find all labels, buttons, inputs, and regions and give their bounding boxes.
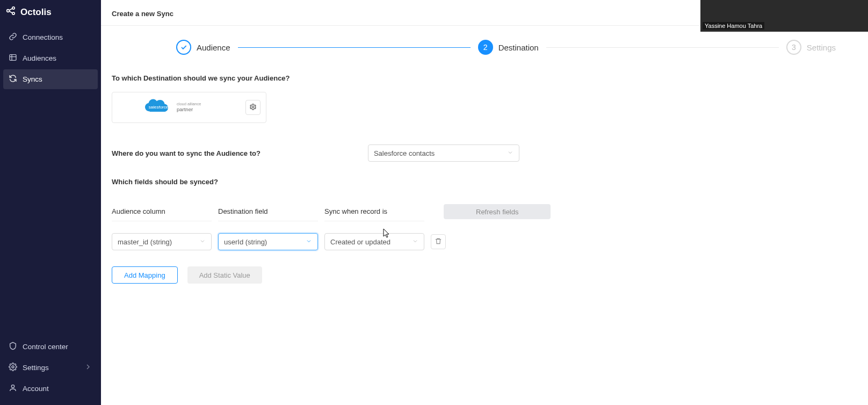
svg-point-7 xyxy=(252,106,254,108)
chevron-right-icon xyxy=(84,363,92,373)
chevron-down-icon xyxy=(306,238,312,246)
trash-icon xyxy=(435,237,442,247)
gear-icon xyxy=(9,363,17,373)
nav-syncs[interactable]: Syncs xyxy=(3,69,98,89)
nav-label: Settings xyxy=(23,364,49,372)
step-connector xyxy=(238,47,471,48)
step-audience[interactable]: Audience xyxy=(176,40,230,55)
chevron-down-icon xyxy=(199,238,206,246)
nav-bottom: Control center Settings Account xyxy=(0,337,101,405)
content: To which Destination should we sync your… xyxy=(101,74,868,305)
sync-target-question: Where do you want to sync the Audience t… xyxy=(112,149,261,157)
mapping-header-audience: Audience column xyxy=(112,207,212,221)
select-value: Created or updated xyxy=(330,238,390,246)
destination-settings-button[interactable] xyxy=(245,100,261,115)
step-label: Destination xyxy=(498,43,539,52)
nav-label: Account xyxy=(23,385,49,393)
nav-connections[interactable]: Connections xyxy=(3,27,98,47)
shield-icon xyxy=(9,342,17,352)
mapping-header-destination: Destination field xyxy=(218,207,318,221)
svg-rect-3 xyxy=(10,55,16,61)
step-destination[interactable]: 2 Destination xyxy=(478,40,539,55)
mapping-row: master_id (string) userId (string) Creat… xyxy=(112,233,857,250)
svg-point-5 xyxy=(11,385,14,388)
add-static-value-button[interactable]: Add Static Value xyxy=(187,266,262,284)
chevron-down-icon xyxy=(412,238,418,246)
sync-target-select[interactable]: Salesforce contacts xyxy=(368,144,519,162)
step-number: 3 xyxy=(786,40,801,55)
svg-point-2 xyxy=(12,12,15,15)
step-label: Audience xyxy=(197,43,230,52)
webcam-name: Yassine Hamou Tahra xyxy=(703,22,764,30)
chevron-down-icon xyxy=(507,149,513,157)
step-number: 2 xyxy=(478,40,493,55)
nav-label: Control center xyxy=(23,343,68,351)
nav-settings[interactable]: Settings xyxy=(3,358,98,378)
sync-when-select[interactable]: Created or updated xyxy=(324,233,424,250)
select-value: Salesforce contacts xyxy=(374,149,435,157)
mapping-actions: Add Mapping Add Static Value xyxy=(112,266,857,284)
nav-label: Audiences xyxy=(23,54,56,62)
destination-card[interactable]: salesforce cloud alliance partner xyxy=(112,92,266,123)
webcam-overlay: Yassine Hamou Tahra xyxy=(700,0,868,32)
step-settings[interactable]: 3 Settings xyxy=(786,40,836,55)
brand: Octolis xyxy=(0,2,101,27)
destination-question: To which Destination should we sync your… xyxy=(112,74,857,82)
mapping-header-syncwhen: Sync when record is xyxy=(324,207,424,221)
nav-top: Connections Audiences Syncs xyxy=(0,27,101,89)
destination-card-text: cloud alliance partner xyxy=(177,102,201,113)
refresh-fields-button[interactable]: Refresh fields xyxy=(444,204,551,219)
select-value: master_id (string) xyxy=(118,238,172,246)
add-mapping-button[interactable]: Add Mapping xyxy=(112,266,178,284)
nav-account[interactable]: Account xyxy=(3,379,98,399)
mapping-header: Audience column Destination field Sync w… xyxy=(112,204,857,221)
stepper: Audience 2 Destination 3 Settings xyxy=(101,26,868,69)
connections-icon xyxy=(9,32,17,42)
step-check-icon xyxy=(176,40,191,55)
svg-point-0 xyxy=(7,10,10,12)
sidebar: Octolis Connections Audiences Syncs xyxy=(0,0,101,405)
audiences-icon xyxy=(9,53,17,63)
syncs-icon xyxy=(9,74,17,84)
brand-name: Octolis xyxy=(20,7,52,18)
gear-icon xyxy=(249,103,257,112)
svg-point-4 xyxy=(12,366,14,368)
main: Create a new Sync Audience 2 Destination… xyxy=(101,0,868,405)
brand-logo-icon xyxy=(5,5,16,19)
svg-text:salesforce: salesforce xyxy=(149,105,169,110)
nav-control-center[interactable]: Control center xyxy=(3,337,98,357)
nav-label: Connections xyxy=(23,33,63,41)
step-connector xyxy=(546,47,779,48)
nav-label: Syncs xyxy=(23,75,42,83)
user-icon xyxy=(9,384,17,394)
step-label: Settings xyxy=(807,43,836,52)
sync-target-row: Where do you want to sync the Audience t… xyxy=(112,144,857,162)
select-value: userId (string) xyxy=(224,238,267,246)
delete-mapping-button[interactable] xyxy=(431,234,446,249)
fields-question: Which fields should be synced? xyxy=(112,178,857,186)
destination-field-select[interactable]: userId (string) xyxy=(218,233,318,250)
audience-column-select[interactable]: master_id (string) xyxy=(112,233,212,250)
svg-point-1 xyxy=(12,7,15,9)
nav-audiences[interactable]: Audiences xyxy=(3,48,98,68)
salesforce-cloud-icon: salesforce xyxy=(143,98,173,118)
